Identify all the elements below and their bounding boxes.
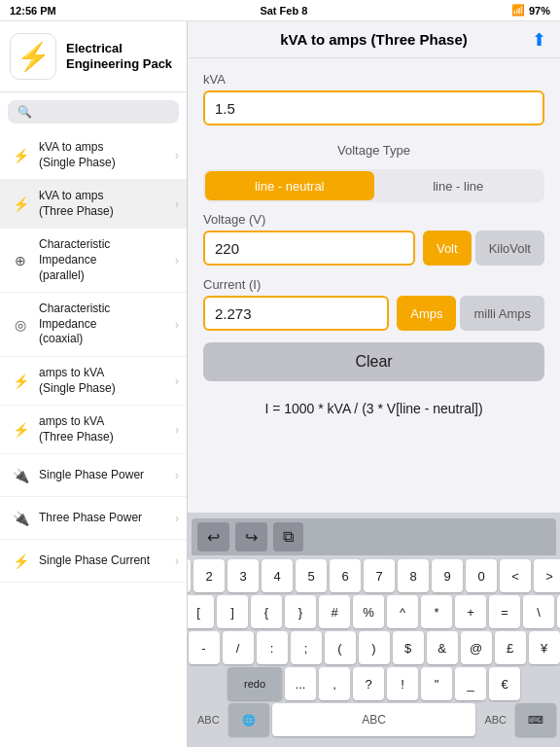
key-_[interactable]: \ xyxy=(523,595,554,628)
sidebar-item-char-coaxial[interactable]: ◎ Characteristic Impedance(coaxial) › xyxy=(0,293,187,357)
key-_[interactable]: / xyxy=(223,631,254,664)
sidebar-item-kva-three[interactable]: ⚡ kVA to amps(Three Phase) › xyxy=(0,180,187,229)
key-_[interactable]: # xyxy=(319,595,350,628)
key-1[interactable]: 1 xyxy=(188,559,191,592)
segment-line-line[interactable]: line - line xyxy=(374,171,543,200)
key-_[interactable]: % xyxy=(353,595,384,628)
unit-volt-button[interactable]: Volt xyxy=(423,231,472,266)
key-_[interactable]: ( xyxy=(325,631,356,664)
key-_[interactable]: " xyxy=(421,667,452,700)
key-_[interactable]: : xyxy=(257,631,288,664)
sidebar-icon-kva-single: ⚡ xyxy=(10,145,31,166)
sidebar-item-char-parallel[interactable]: ⊕ Characteristic Impedance(parallel) › xyxy=(0,229,187,293)
share-button[interactable]: ⬆ xyxy=(532,29,546,51)
key-_[interactable]: { xyxy=(251,595,282,628)
current-label: Current (I) xyxy=(203,277,544,292)
chevron-icon-char-coaxial: › xyxy=(175,318,179,332)
key-_[interactable]: & xyxy=(427,631,458,664)
key-_[interactable]: ? xyxy=(353,667,384,700)
chevron-icon-three-phase-power: › xyxy=(175,512,179,525)
sidebar-icon-amps-kva-single: ⚡ xyxy=(10,371,31,392)
key-_[interactable]: ¥ xyxy=(529,631,560,664)
sidebar: ⚡ Electrical Engineering Pack 🔍 ⚡ kVA to… xyxy=(0,21,188,747)
key-_[interactable]: ; xyxy=(291,631,322,664)
copy-toolbar-button[interactable]: ⧉ xyxy=(273,522,303,551)
current-input-wrapper xyxy=(203,296,389,331)
sidebar-label-three-phase-power: Three Phase Power xyxy=(39,511,171,526)
search-icon: 🔍 xyxy=(18,105,32,119)
status-date: Sat Feb 8 xyxy=(260,5,307,17)
key-_[interactable]: + xyxy=(455,595,486,628)
key-4[interactable]: 4 xyxy=(262,559,293,592)
battery-level: 97% xyxy=(529,5,550,17)
key-6[interactable]: 6 xyxy=(330,559,361,592)
sidebar-list: ⚡ kVA to amps(Single Phase) › ⚡ kVA to a… xyxy=(0,131,187,747)
app-title: Electrical Engineering Pack xyxy=(66,41,177,71)
segment-line-neutral[interactable]: line - neutral xyxy=(205,171,374,200)
key-_[interactable]: < xyxy=(500,559,531,592)
key-_[interactable]: _ xyxy=(455,667,486,700)
key-7[interactable]: 7 xyxy=(364,559,395,592)
key-_[interactable]: = xyxy=(489,595,520,628)
redo-toolbar-button[interactable]: ↪ xyxy=(235,522,267,551)
key-_[interactable]: [ xyxy=(188,595,214,628)
key-5[interactable]: 5 xyxy=(296,559,327,592)
nav-bar: kVA to amps (Three Phase) ⬆ xyxy=(188,21,560,58)
content-area: kVA Voltage Type line - neutral line - l… xyxy=(188,58,560,513)
key-_[interactable]: @ xyxy=(461,631,492,664)
sidebar-label-single-phase-power: Single Phase Power xyxy=(39,468,171,483)
key-_[interactable]: ^ xyxy=(387,595,418,628)
spacebar-button[interactable]: ABC xyxy=(272,703,476,736)
sidebar-label-kva-three: kVA to amps(Three Phase) xyxy=(39,189,171,219)
key-8[interactable]: 8 xyxy=(398,559,429,592)
key-_[interactable]: € xyxy=(489,667,520,700)
search-bar[interactable]: 🔍 xyxy=(8,100,179,124)
key-_[interactable]: } xyxy=(285,595,316,628)
key-2[interactable]: 2 xyxy=(193,559,225,592)
globe-button[interactable]: 🌐 xyxy=(228,703,269,736)
sidebar-item-amps-kva-single[interactable]: ⚡ amps to kVA(Single Phase) › xyxy=(0,357,187,406)
key-___[interactable]: ... xyxy=(285,667,316,700)
sidebar-icon-three-phase-power: 🔌 xyxy=(10,508,31,529)
sidebar-label-char-coaxial: Characteristic Impedance(coaxial) xyxy=(39,302,171,347)
undo-toolbar-button[interactable]: ↩ xyxy=(197,522,229,551)
sidebar-label-kva-single: kVA to amps(Single Phase) xyxy=(39,140,171,170)
unit-milliamps-button[interactable]: milli Amps xyxy=(460,296,544,331)
sidebar-icon-kva-three: ⚡ xyxy=(10,194,31,215)
keyboard-hide-button[interactable]: ⌨ xyxy=(515,703,556,736)
sidebar-label-single-phase-current: Single Phase Current xyxy=(39,553,171,569)
status-bar: 12:56 PM Sat Feb 8 📶 97% xyxy=(0,0,560,21)
key-_[interactable]: * xyxy=(421,595,452,628)
sidebar-icon-amps-kva-three: ⚡ xyxy=(10,419,31,441)
key-_[interactable]: - xyxy=(189,631,220,664)
sidebar-label-char-parallel: Characteristic Impedance(parallel) xyxy=(39,237,171,283)
keyboard-row-4: redo...,?!"_€ xyxy=(192,667,556,700)
unit-amps-button[interactable]: Amps xyxy=(397,296,456,331)
unit-kilovolt-button[interactable]: KiloVolt xyxy=(475,231,544,266)
key-_[interactable]: > xyxy=(534,559,560,592)
clear-button[interactable]: Clear xyxy=(203,342,544,381)
keyboard-abc-right: ABC xyxy=(478,703,512,736)
sidebar-item-single-phase-power[interactable]: 🔌 Single Phase Power › xyxy=(0,454,187,497)
key-_[interactable]: , xyxy=(319,667,350,700)
key-_[interactable]: $ xyxy=(393,631,424,664)
sidebar-icon-single-phase-current: ⚡ xyxy=(10,551,31,572)
key-0[interactable]: 0 xyxy=(466,559,497,592)
key-_[interactable]: ) xyxy=(359,631,390,664)
sidebar-item-kva-single[interactable]: ⚡ kVA to amps(Single Phase) › xyxy=(0,131,187,180)
chevron-icon-amps-kva-three: › xyxy=(175,423,179,437)
chevron-icon-kva-single: › xyxy=(175,149,179,162)
key-_[interactable]: ] xyxy=(217,595,248,628)
sidebar-item-amps-kva-three[interactable]: ⚡ amps to kVA(Three Phase) › xyxy=(0,406,187,454)
current-input[interactable] xyxy=(203,296,389,331)
sidebar-item-three-phase-power[interactable]: 🔌 Three Phase Power › xyxy=(0,497,187,540)
sidebar-item-single-phase-current[interactable]: ⚡ Single Phase Current › xyxy=(0,540,187,583)
key-_[interactable]: ! xyxy=(387,667,418,700)
voltage-input[interactable] xyxy=(203,231,415,266)
key-3[interactable]: 3 xyxy=(228,559,259,592)
kva-input[interactable] xyxy=(203,90,544,125)
app-container: ⚡ Electrical Engineering Pack 🔍 ⚡ kVA to… xyxy=(0,21,560,747)
key-redo[interactable]: redo xyxy=(228,667,282,700)
key-_[interactable]: £ xyxy=(495,631,526,664)
key-9[interactable]: 9 xyxy=(432,559,463,592)
